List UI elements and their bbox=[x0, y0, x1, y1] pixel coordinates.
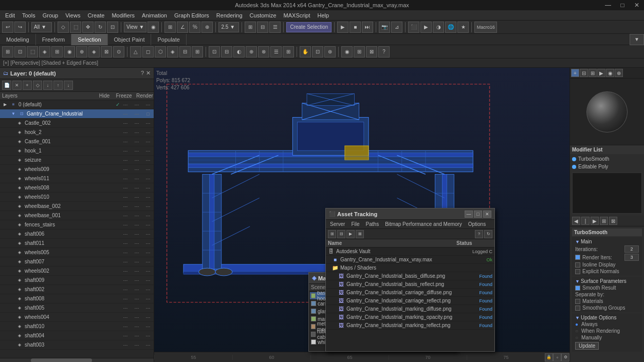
timeline-settings-button[interactable]: ⚙ bbox=[561, 353, 569, 361]
modifier-item-turbosmooth[interactable]: TurboSmooth bbox=[570, 155, 644, 163]
mod-ctrl-btn-1[interactable]: ◀ bbox=[572, 217, 580, 225]
select-region-button[interactable]: ⬚ bbox=[70, 22, 81, 33]
menu-edit[interactable]: Edit bbox=[2, 11, 18, 20]
new-layer-button[interactable]: 📄 bbox=[2, 81, 11, 90]
effects-button[interactable]: ★ bbox=[457, 22, 469, 33]
list-item[interactable]: ▼ ⊡ Gantry_Crane_Industrial --- --- □ bbox=[0, 109, 154, 119]
sub-tool-24[interactable]: ✋ bbox=[300, 46, 311, 58]
asset-refresh-button[interactable]: ↻ bbox=[484, 230, 492, 238]
asset-close-button[interactable]: ✕ bbox=[483, 211, 491, 218]
list-item[interactable]: ◈ shaft004 --- --- --- bbox=[0, 331, 154, 340]
asset-item-vault[interactable]: 🗄 Autodesk Vault Logged C bbox=[326, 247, 494, 256]
asset-tb-btn-3[interactable]: ▶ bbox=[346, 230, 355, 238]
stop-button[interactable]: ■ bbox=[349, 22, 361, 33]
sub-tool-3[interactable]: ⬚ bbox=[27, 46, 38, 58]
asset-item-basis-reflect[interactable]: 🖼 Gantry_Crane_Industrial_basis_reflect.… bbox=[326, 280, 494, 289]
sub-tool-10[interactable]: ⊙ bbox=[113, 46, 124, 58]
right-tab-modify[interactable]: ⊟ bbox=[580, 69, 588, 77]
paths-button[interactable]: ⊿ bbox=[391, 22, 402, 33]
mirror-button[interactable]: ⊞ bbox=[245, 22, 256, 33]
macro16-button[interactable]: Macro16 bbox=[474, 22, 497, 33]
sub-tool-25[interactable]: ⊡ bbox=[312, 46, 323, 58]
timeline[interactable]: 55 60 65 70 75 🔒 ⬦ ⚙ bbox=[154, 352, 569, 362]
list-item[interactable]: ◈ shaft005 --- --- --- bbox=[0, 303, 154, 313]
list-item[interactable]: ◈ seizure --- --- --- bbox=[0, 156, 154, 165]
sub-tool-14[interactable]: ◈ bbox=[167, 46, 178, 58]
smooth-result-checkbox[interactable] bbox=[575, 285, 580, 291]
layer-manager-button[interactable]: ☰ bbox=[269, 22, 281, 33]
list-item[interactable]: ◈ shaft007 --- --- --- bbox=[0, 257, 154, 266]
list-item[interactable]: ◈ Castle_001 --- --- --- bbox=[0, 137, 154, 146]
asset-item-carriage-reflect[interactable]: 🖼 Gantry_Crane_Industrial_carriage_refle… bbox=[326, 297, 494, 305]
list-item[interactable]: ◈ shaft010 --- --- --- bbox=[0, 322, 154, 331]
right-tab-utilities[interactable]: ⊕ bbox=[615, 69, 623, 77]
asset-menu-options[interactable]: Options bbox=[466, 221, 488, 227]
mod-ctrl-btn-3[interactable]: ▶ bbox=[591, 217, 599, 225]
select-layer-button[interactable]: ◇ bbox=[33, 81, 42, 90]
list-item[interactable]: ◈ shaft006 --- --- --- bbox=[0, 230, 154, 239]
menu-graph-editors[interactable]: Graph Editors bbox=[171, 11, 212, 20]
menu-animation[interactable]: Animation bbox=[139, 11, 170, 20]
list-item[interactable]: ◈ fences_stairs --- --- --- bbox=[0, 220, 154, 230]
asset-item-marking-reflect[interactable]: 🖼 Gantry_Crane_Industrial_marking_reflec… bbox=[326, 321, 494, 330]
render-button[interactable]: ▶ bbox=[420, 22, 432, 33]
timeline-lock-button[interactable]: 🔒 bbox=[545, 353, 553, 361]
sub-tool-16[interactable]: ⊞ bbox=[192, 46, 203, 58]
sub-tool-18[interactable]: ⊟ bbox=[221, 46, 232, 58]
angle-snap-button[interactable]: ∠ bbox=[177, 22, 188, 33]
mod-ctrl-btn-4[interactable]: ⊞ bbox=[600, 217, 608, 225]
list-item[interactable]: ◈ wheels009 --- --- --- bbox=[0, 165, 154, 174]
screenshot-button[interactable]: 📷 bbox=[379, 22, 390, 33]
redo-button[interactable]: ↪ bbox=[14, 22, 26, 33]
list-item[interactable]: ◈ shaft002 --- --- --- bbox=[0, 285, 154, 294]
asset-item-basis-diffuse[interactable]: 🖼 Gantry_Crane_Industrial_basis_diffuse.… bbox=[326, 272, 494, 280]
asset-minimize-button[interactable]: — bbox=[465, 211, 473, 218]
sub-tool-8[interactable]: ◈ bbox=[88, 46, 100, 58]
asset-item-marking-opacity[interactable]: 🖼 Gantry_Crane_Industrial_marking_opacit… bbox=[326, 313, 494, 321]
sub-tool-17[interactable]: ⊡ bbox=[209, 46, 220, 58]
menu-help[interactable]: Help bbox=[315, 11, 333, 20]
snap-toggle-button[interactable]: ⊞ bbox=[164, 22, 176, 33]
render-iters-checkbox[interactable] bbox=[575, 255, 580, 260]
sub-tool-23[interactable]: ⊞ bbox=[283, 46, 294, 58]
sub-tool-13[interactable]: ⬡ bbox=[155, 46, 166, 58]
list-item[interactable]: ◈ shaft003 --- --- --- bbox=[0, 340, 154, 350]
sub-tool-29[interactable]: ⊠ bbox=[366, 46, 377, 58]
menu-views[interactable]: Views bbox=[62, 11, 83, 20]
play-button[interactable]: ▶ bbox=[337, 22, 348, 33]
list-item[interactable]: ◈ shaft008 --- --- --- bbox=[0, 294, 154, 303]
mod-ctrl-btn-2[interactable]: | bbox=[581, 217, 590, 225]
list-item[interactable]: ◈ shaft011 --- --- --- bbox=[0, 239, 154, 248]
asset-menu-file[interactable]: File bbox=[349, 221, 361, 227]
asset-tb-btn-4[interactable]: ⊠ bbox=[356, 230, 364, 238]
minimize-button[interactable]: — bbox=[601, 0, 615, 10]
move-button[interactable]: ✥ bbox=[82, 22, 94, 33]
sub-tool-7[interactable]: ⊕ bbox=[76, 46, 87, 58]
tab-freeform[interactable]: Freeform bbox=[36, 34, 72, 45]
right-tab-hierarchy[interactable]: ⊞ bbox=[588, 69, 597, 77]
asset-tb-btn-1[interactable]: ⊞ bbox=[328, 230, 336, 238]
add-to-layer-button[interactable]: + bbox=[23, 81, 32, 90]
list-item[interactable]: ◈ wheels010 --- --- --- bbox=[0, 193, 154, 202]
sub-tool-11[interactable]: △ bbox=[130, 46, 141, 58]
sub-tool-28[interactable]: ⊞ bbox=[354, 46, 365, 58]
asset-menu-server[interactable]: Server bbox=[328, 221, 347, 227]
right-tab-create[interactable]: + bbox=[571, 69, 579, 77]
align-button[interactable]: ⊟ bbox=[257, 22, 268, 33]
list-item[interactable]: ◈ wheels008 --- --- --- bbox=[0, 183, 154, 193]
tab-modeling[interactable]: Modeling bbox=[0, 34, 36, 45]
render-setup-button[interactable]: ⬛ bbox=[408, 22, 419, 33]
list-item[interactable]: ◈ wheels005 --- --- --- bbox=[0, 248, 154, 257]
update-button[interactable]: Update bbox=[575, 342, 599, 350]
right-tab-display[interactable]: ◉ bbox=[606, 69, 614, 77]
asset-help-button[interactable]: ? bbox=[475, 230, 483, 238]
active-shade-button[interactable]: ◑ bbox=[433, 22, 444, 33]
list-item[interactable]: ◈ wheels011 --- --- --- bbox=[0, 174, 154, 183]
percent-snap-button[interactable]: % bbox=[189, 22, 200, 33]
isoline-checkbox[interactable] bbox=[575, 262, 580, 268]
menu-group[interactable]: Group bbox=[40, 11, 62, 20]
list-item[interactable]: ◈ hook_1 --- --- --- bbox=[0, 146, 154, 156]
asset-item-carriage-diffuse[interactable]: 🖼 Gantry_Crane_Industrial_carriage_diffu… bbox=[326, 289, 494, 297]
sub-tool-26[interactable]: ⊛ bbox=[324, 46, 336, 58]
layer-scrollbar[interactable] bbox=[0, 358, 154, 362]
